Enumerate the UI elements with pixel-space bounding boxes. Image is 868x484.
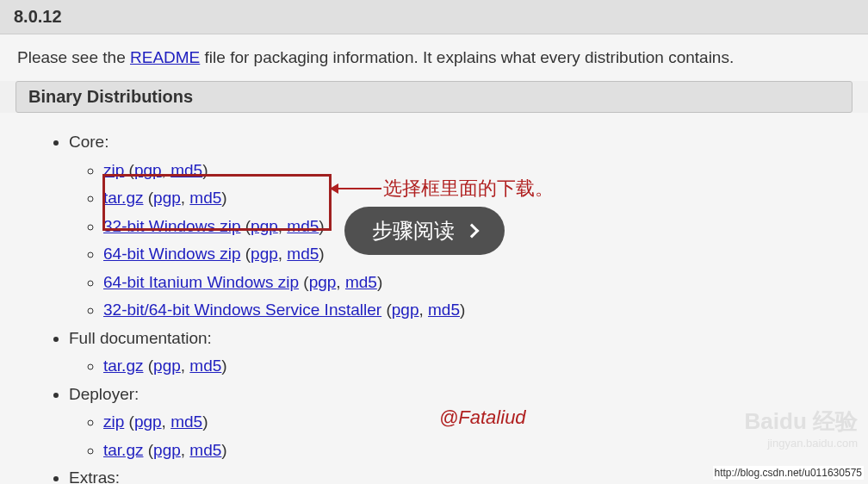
download-win64[interactable]: 64-bit Windows zip xyxy=(103,245,240,263)
md5-link[interactable]: md5 xyxy=(170,161,202,179)
baidu-watermark: Baidu 经验 jingyan.baidu.com xyxy=(745,406,858,450)
md5-link[interactable]: md5 xyxy=(170,413,202,431)
pgp-link[interactable]: pgp xyxy=(134,161,162,179)
fulldoc-category: Full documentation: tar.gz (pgp, md5) xyxy=(69,326,834,379)
pgp-link[interactable]: pgp xyxy=(392,301,419,319)
author-watermark: @Fataliud xyxy=(439,406,526,429)
pgp-link[interactable]: pgp xyxy=(153,357,181,375)
pgp-link[interactable]: pgp xyxy=(134,413,162,431)
download-service-installer[interactable]: 32-bit/64-bit Windows Service Installer xyxy=(103,301,381,319)
md5-link[interactable]: md5 xyxy=(189,357,221,375)
md5-link[interactable]: md5 xyxy=(189,441,221,459)
list-item: tar.gz (pgp, md5) xyxy=(103,438,834,463)
source-url: http://blog.csdn.net/u011630575 xyxy=(713,466,864,480)
list-item: tar.gz (pgp, md5) xyxy=(103,354,834,379)
version-header: 8.0.12 xyxy=(0,0,868,34)
md5-link[interactable]: md5 xyxy=(189,189,221,207)
pgp-link[interactable]: pgp xyxy=(251,245,278,263)
distribution-list: Core: zip (pgp, md5) tar.gz (pgp, md5) 3… xyxy=(0,113,868,484)
download-zip[interactable]: zip xyxy=(103,161,124,179)
annotation-text: 选择框里面的下载。 xyxy=(383,176,554,202)
arrow-left-icon xyxy=(330,183,338,194)
pgp-link[interactable]: pgp xyxy=(309,273,337,291)
arrow-line xyxy=(332,188,381,189)
pgp-link[interactable]: pgp xyxy=(153,189,181,207)
version-text: 8.0.12 xyxy=(14,7,62,26)
chevron-right-icon xyxy=(465,224,480,239)
download-fulldoc-targz[interactable]: tar.gz xyxy=(103,357,143,375)
pgp-link[interactable]: pgp xyxy=(251,217,278,235)
pgp-link[interactable]: pgp xyxy=(153,441,181,459)
md5-link[interactable]: md5 xyxy=(345,273,377,291)
download-deployer-zip[interactable]: zip xyxy=(103,413,124,431)
md5-link[interactable]: md5 xyxy=(287,245,319,263)
download-targz[interactable]: tar.gz xyxy=(103,189,143,207)
readme-link[interactable]: README xyxy=(130,48,200,66)
download-win32[interactable]: 32-bit Windows zip xyxy=(103,217,240,235)
section-header: Binary Distributions xyxy=(16,81,852,113)
md5-link[interactable]: md5 xyxy=(287,217,319,235)
download-itanium[interactable]: 64-bit Itanium Windows zip xyxy=(103,273,299,291)
list-item: 32-bit/64-bit Windows Service Installer … xyxy=(103,298,834,323)
md5-link[interactable]: md5 xyxy=(428,301,460,319)
step-reading-badge[interactable]: 步骤阅读 xyxy=(344,207,505,255)
list-item: 64-bit Itanium Windows zip (pgp, md5) xyxy=(103,270,834,295)
description-paragraph: Please see the README file for packaging… xyxy=(0,34,868,81)
step-badge-label: 步骤阅读 xyxy=(372,217,455,245)
download-deployer-targz[interactable]: tar.gz xyxy=(103,441,143,459)
